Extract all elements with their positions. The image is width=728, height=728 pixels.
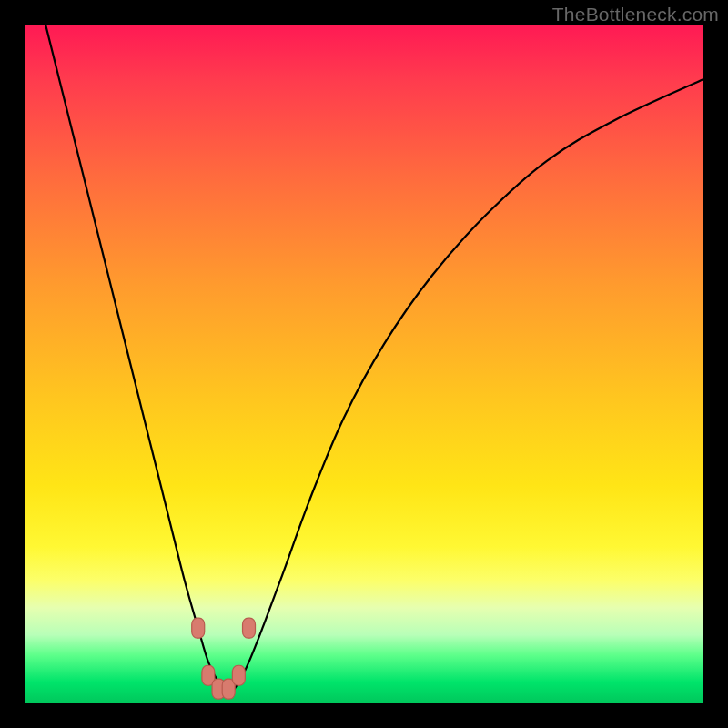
curve-marker bbox=[192, 618, 205, 638]
bottleneck-chart bbox=[25, 25, 703, 703]
bottleneck-curve bbox=[46, 25, 703, 693]
curve-markers bbox=[192, 618, 256, 699]
chart-plot-area bbox=[25, 25, 703, 703]
curve-marker bbox=[243, 618, 256, 638]
watermark-text: TheBottleneck.com bbox=[552, 4, 719, 25]
curve-marker bbox=[232, 665, 245, 685]
